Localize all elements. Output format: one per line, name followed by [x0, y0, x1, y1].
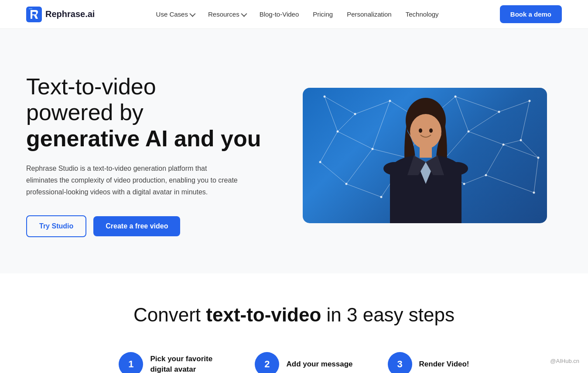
logo-icon — [26, 7, 42, 22]
nav-links: Use Cases Resources Blog-to-Video Pricin… — [156, 10, 439, 18]
step-label-3: Render Video! — [419, 359, 469, 370]
try-studio-button[interactable]: Try Studio — [26, 215, 86, 237]
nav-item-resources[interactable]: Resources — [208, 10, 246, 18]
hero-buttons: Try Studio Create a free video — [26, 215, 262, 237]
step-circle-1: 1 — [119, 352, 143, 373]
step-circle-2: 2 — [255, 352, 279, 373]
create-free-video-button[interactable]: Create a free video — [93, 216, 180, 236]
nav-item-technology[interactable]: Technology — [406, 10, 439, 18]
logo-text: Rephrase.ai — [45, 9, 95, 19]
steps-section: Convert text-to-video in 3 easy steps 1 … — [0, 273, 588, 373]
step-item-3: 3 Render Video! — [388, 352, 469, 373]
svg-point-58 — [446, 162, 468, 175]
chevron-down-icon — [241, 10, 247, 17]
step-label-2: Add your message — [286, 359, 352, 370]
hero-content: Text-to-video powered by generative AI a… — [26, 74, 262, 238]
nav-item-personalization[interactable]: Personalization — [347, 10, 392, 18]
logo[interactable]: Rephrase.ai — [26, 7, 95, 22]
nav-item-use-cases[interactable]: Use Cases — [156, 10, 194, 18]
hero-image — [303, 88, 547, 223]
steps-list: 1 Pick your favorite digital avatar 2 Ad… — [26, 352, 562, 373]
nav-item-pricing[interactable]: Pricing — [313, 10, 333, 18]
nav-item-blog-to-video[interactable]: Blog-to-Video — [260, 10, 299, 18]
svg-point-60 — [429, 128, 433, 133]
hero-image-container — [288, 88, 562, 223]
step-item-2: 2 Add your message — [255, 352, 352, 373]
svg-rect-56 — [420, 145, 432, 158]
hero-title: Text-to-video powered by generative AI a… — [26, 74, 262, 152]
chevron-down-icon — [189, 10, 195, 17]
hero-section: Text-to-video powered by generative AI a… — [0, 29, 588, 273]
navbar: Rephrase.ai Use Cases Resources Blog-to-… — [0, 0, 588, 29]
svg-point-59 — [419, 128, 422, 133]
step-circle-3: 3 — [388, 352, 412, 373]
avatar-person-icon — [303, 88, 547, 223]
step-item-1: 1 Pick your favorite digital avatar — [119, 352, 220, 373]
step-label-1: Pick your favorite digital avatar — [150, 354, 220, 373]
svg-point-57 — [383, 162, 405, 175]
steps-title: Convert text-to-video in 3 easy steps — [26, 304, 562, 326]
hero-description: Rephrase Studio is a text-to-video gener… — [26, 162, 240, 198]
watermark: @AIHub.cn — [550, 358, 579, 364]
svg-point-55 — [410, 114, 441, 149]
book-demo-button[interactable]: Book a demo — [500, 5, 562, 23]
